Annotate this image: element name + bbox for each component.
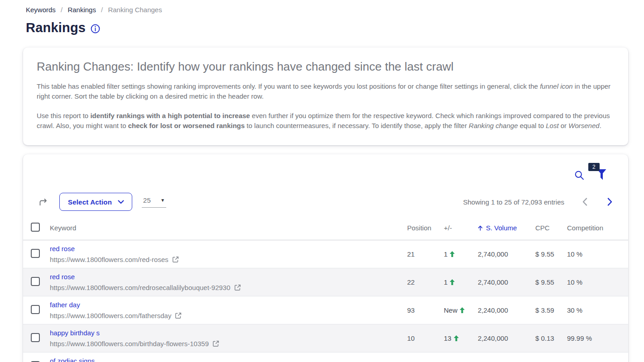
select-action-button[interactable]: Select Action	[59, 193, 132, 211]
competition-cell: 47 %	[567, 352, 628, 362]
info-card-paragraph-1: This table has enabled filter settings s…	[37, 81, 615, 101]
search-icon[interactable]	[574, 170, 584, 181]
pagination-next-icon[interactable]	[607, 198, 612, 206]
cpc-cell: $ 3.59	[535, 296, 567, 324]
caret-down-icon: ▼	[160, 198, 165, 203]
breadcrumb: Keywords / Rankings / Ranking Changes	[0, 0, 644, 14]
keyword-url: https://www.1800flowers.com/red-roses	[50, 256, 168, 263]
external-link-icon[interactable]	[175, 312, 182, 319]
change-value: 1	[444, 250, 447, 258]
page-title: Rankings	[26, 20, 86, 35]
cpc-cell: $ 9.55	[535, 268, 567, 296]
column-header-position[interactable]: Position	[407, 217, 444, 240]
keyword-url: https://www.1800flowers.com/redrosecalla…	[50, 284, 231, 291]
volume-cell: 2,740,000	[478, 268, 535, 296]
info-icon[interactable]	[91, 24, 100, 33]
column-header-change[interactable]: +/-	[444, 217, 478, 240]
position-cell: 85	[407, 352, 444, 362]
info-card-heading: Ranking Changes: Identify how your ranki…	[37, 60, 615, 74]
change-value: 1	[444, 278, 447, 286]
keyword-link[interactable]: red rose	[50, 273, 75, 281]
change-value: 13	[444, 334, 452, 342]
keyword-url: https://www.1800flowers.com/fathersday	[50, 312, 171, 319]
up-arrow-icon	[454, 335, 459, 341]
column-header-volume-label: S. Volume	[486, 224, 517, 232]
position-cell: 10	[407, 324, 444, 352]
external-link-icon[interactable]	[172, 256, 179, 263]
position-cell: 22	[407, 268, 444, 296]
info-card: Ranking Changes: Identify how your ranki…	[23, 48, 628, 145]
cpc-cell: $ 9.55	[535, 240, 567, 268]
row-checkbox[interactable]	[31, 305, 40, 314]
table-body: red rose https://www.1800flowers.com/red…	[23, 240, 628, 362]
breadcrumb-rankings[interactable]: Rankings	[67, 6, 96, 14]
breadcrumb-keywords[interactable]: Keywords	[26, 6, 56, 14]
row-checkbox[interactable]	[31, 249, 40, 258]
info-card-paragraph-2: Use this report to identify rankings wit…	[37, 111, 615, 131]
column-header-keyword[interactable]: Keyword	[50, 217, 407, 240]
up-arrow-icon	[450, 251, 455, 257]
keyword-link[interactable]: of zodiac signs	[50, 357, 95, 362]
table-row: of zodiac signs https://www.1800flowers.…	[23, 352, 628, 362]
showing-entries-text: Showing 1 to 25 of 72,093 entries	[463, 198, 565, 206]
row-checkbox[interactable]	[31, 277, 40, 286]
table-row: red rose https://www.1800flowers.com/red…	[23, 240, 628, 268]
redirect-arrow-icon[interactable]	[38, 197, 48, 207]
table-row: happy birthday s https://www.1800flowers…	[23, 324, 628, 352]
breadcrumb-separator: /	[101, 6, 103, 14]
column-header-volume[interactable]: S. Volume	[478, 217, 535, 240]
competition-cell: 10 %	[567, 268, 628, 296]
up-arrow-icon	[460, 307, 465, 313]
volume-cell: 2,240,000	[478, 296, 535, 324]
column-header-competition[interactable]: Competition	[567, 217, 628, 240]
volume-cell: 2,740,000	[478, 240, 535, 268]
funnel-icon[interactable]: 2	[597, 169, 606, 181]
table-row: red rose https://www.1800flowers.com/red…	[23, 268, 628, 296]
competition-cell: 99.99 %	[567, 324, 628, 352]
volume-cell: 1,830,000	[478, 352, 535, 362]
row-checkbox[interactable]	[31, 333, 40, 342]
breadcrumb-ranking-changes: Ranking Changes	[108, 6, 162, 14]
breadcrumb-separator: /	[61, 6, 62, 14]
column-header-cpc[interactable]: CPC	[535, 217, 567, 240]
page-size-value: 25	[143, 196, 151, 204]
select-all-checkbox[interactable]	[31, 223, 40, 232]
table-card: 2 Select Action 25 ▼ Showing	[23, 154, 628, 362]
volume-cell: 2,240,000	[478, 324, 535, 352]
table-header-row: Keyword Position +/- S. Volume CPC Compe…	[23, 217, 628, 240]
cpc-cell: $ 0.13	[535, 324, 567, 352]
rankings-table: Keyword Position +/- S. Volume CPC Compe…	[23, 217, 628, 362]
pagination-prev-icon[interactable]	[582, 198, 587, 206]
position-cell: 93	[407, 296, 444, 324]
keyword-link[interactable]: red rose	[50, 245, 75, 252]
competition-cell: 30 %	[567, 296, 628, 324]
external-link-icon[interactable]	[234, 284, 241, 291]
page-size-select[interactable]: 25 ▼	[142, 196, 166, 208]
up-arrow-icon	[450, 279, 455, 285]
select-action-label: Select Action	[68, 198, 112, 206]
filter-count-badge: 2	[588, 163, 600, 171]
keyword-link[interactable]: happy birthday s	[50, 329, 100, 337]
external-link-icon[interactable]	[212, 340, 219, 347]
sort-asc-icon	[478, 224, 483, 232]
table-row: father day https://www.1800flowers.com/f…	[23, 296, 628, 324]
keyword-url: https://www.1800flowers.com/birthday-flo…	[50, 340, 209, 348]
change-value: New	[444, 306, 457, 314]
chevron-down-icon	[118, 200, 124, 204]
keyword-link[interactable]: father day	[50, 301, 80, 309]
position-cell: 21	[407, 240, 444, 268]
cpc-cell: $ 1.05	[535, 352, 567, 362]
competition-cell: 10 %	[567, 240, 628, 268]
